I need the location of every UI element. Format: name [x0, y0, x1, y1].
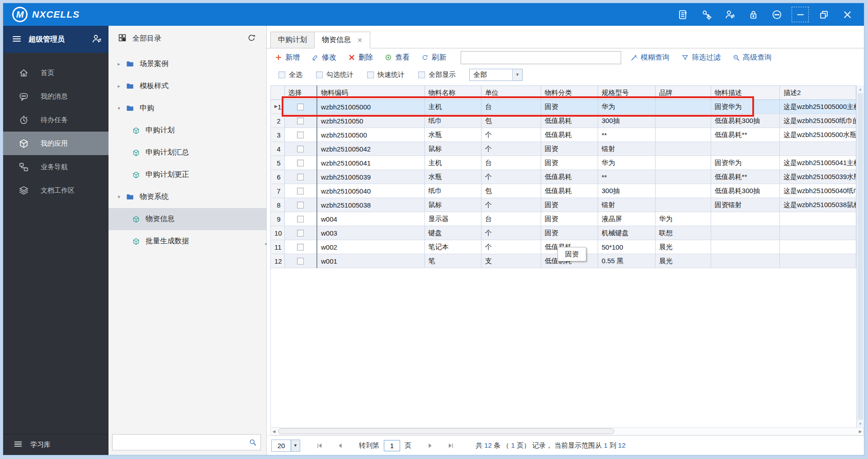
table-row[interactable]: 5wzbh251005041主机台固资华为固资华为这是wzbh251005041…: [271, 156, 856, 170]
row-checkbox[interactable]: [297, 160, 304, 166]
column-header[interactable]: 物料名称: [425, 86, 481, 100]
row-checkbox[interactable]: [297, 174, 304, 180]
more-icon[interactable]: [768, 7, 785, 22]
tree-item[interactable]: ▸模板样式: [108, 75, 266, 97]
table-row[interactable]: 6wzbh251005039水瓶个低值易耗**低值易耗**这是wzbh25100…: [271, 170, 856, 184]
scroll-left-arrow[interactable]: ◀: [271, 429, 277, 434]
column-header[interactable]: 物料分类: [541, 86, 598, 100]
row-checkbox[interactable]: [297, 216, 304, 222]
table-row[interactable]: 2wzbh2510050纸巾包低值易耗300抽低值易耗300抽这是wzbh251…: [271, 114, 856, 128]
refresh-button[interactable]: 刷新: [421, 53, 446, 62]
table-row[interactable]: 7wzbh251005040纸巾包低值易耗300抽低值易耗300抽这是wzbh2…: [271, 184, 856, 198]
row-checkbox[interactable]: [297, 188, 304, 194]
tree-item-label: 物资系统: [140, 192, 169, 202]
scroll-up-arrow[interactable]: ▲: [857, 85, 864, 93]
table-row[interactable]: 10w003键盘个固资机械键盘联想: [271, 226, 856, 240]
expand-arrow[interactable]: ▸: [116, 61, 122, 67]
notebook-icon[interactable]: [674, 7, 691, 22]
lock-icon[interactable]: [745, 7, 762, 22]
column-header[interactable]: 规格型号: [598, 86, 655, 100]
scroll-down-arrow[interactable]: ▼: [857, 420, 864, 427]
column-header[interactable]: 选择: [284, 86, 317, 100]
tree-item[interactable]: 申购计划更正: [108, 164, 266, 186]
filter-link[interactable]: 筛选过滤: [681, 53, 721, 62]
refresh-tree-icon[interactable]: [247, 33, 256, 44]
page-number-input[interactable]: [384, 440, 400, 451]
tree-item[interactable]: ▸场景案例: [108, 53, 266, 75]
tree-item[interactable]: 申购计划: [108, 119, 266, 142]
next-page-button[interactable]: [427, 442, 434, 449]
scroll-right-arrow[interactable]: ▶: [857, 429, 863, 434]
column-header[interactable]: 品牌: [655, 86, 711, 100]
add-button[interactable]: 新增: [275, 53, 300, 62]
expand-arrow[interactable]: ▾: [116, 105, 122, 111]
row-checkbox[interactable]: [297, 146, 304, 152]
tree-item[interactable]: ▾申购: [108, 97, 266, 119]
row-checkbox[interactable]: [297, 132, 304, 138]
first-page-button[interactable]: [316, 442, 323, 449]
sidebar-item[interactable]: 我的消息: [3, 85, 108, 108]
column-header[interactable]: 物料编码: [317, 86, 425, 100]
panel-collapse-handle[interactable]: ◂: [264, 238, 269, 249]
catalog-search-input[interactable]: [113, 435, 249, 450]
advanced-search-link[interactable]: 高级查询: [732, 53, 772, 62]
key-settings-icon[interactable]: [698, 7, 715, 22]
cell-brand: 联想: [655, 226, 711, 240]
sidebar-item[interactable]: 我的应用: [3, 132, 108, 155]
sidebar-item[interactable]: 文档工作区: [3, 179, 108, 202]
checkbox[interactable]: [316, 71, 323, 78]
tree-item[interactable]: ▾物资系统: [108, 186, 266, 208]
sidebar-item-learning-library[interactable]: 学习库: [3, 434, 108, 455]
grid-search-input[interactable]: [461, 51, 621, 64]
row-checkbox[interactable]: [297, 244, 304, 251]
fuzzy-search-link[interactable]: 模糊查询: [630, 53, 670, 62]
checkbox[interactable]: [418, 71, 425, 78]
delete-button[interactable]: 删除: [348, 53, 373, 62]
sidebar-item[interactable]: 首页: [3, 61, 108, 85]
row-checkbox[interactable]: [297, 202, 304, 208]
page-size-select[interactable]: 20 ▼: [271, 440, 300, 452]
table-row[interactable]: 9w004显示器台固资液晶屏华为: [271, 212, 856, 226]
tree-item[interactable]: 批量生成数据: [108, 230, 266, 252]
summary-part: 到: [608, 441, 618, 449]
sidebar-item[interactable]: 待办任务: [3, 108, 108, 132]
checkbox[interactable]: [367, 71, 374, 78]
close-icon[interactable]: [839, 7, 856, 22]
row-select-cell: [284, 226, 317, 240]
user-switch-icon[interactable]: [721, 7, 738, 22]
row-checkbox[interactable]: [297, 104, 304, 110]
row-checkbox[interactable]: [297, 118, 304, 124]
search-icon[interactable]: [249, 438, 260, 446]
checkbox[interactable]: [278, 71, 285, 78]
vertical-scroll-thumb[interactable]: [858, 93, 863, 420]
minimize-icon[interactable]: [792, 7, 809, 22]
expand-arrow[interactable]: ▾: [116, 194, 122, 200]
tree-item[interactable]: 申购计划汇总: [108, 142, 266, 164]
table-row[interactable]: ▶1wzbh251005000主机台固资华为固资华为这是wzbh25100500…: [271, 100, 856, 114]
restore-icon[interactable]: [815, 7, 832, 22]
folder-icon: [126, 82, 134, 90]
menu-icon[interactable]: [11, 33, 22, 46]
tab-purchase-plan[interactable]: 申购计划: [270, 32, 315, 48]
horizontal-scroll-thumb[interactable]: [278, 428, 614, 434]
table-row[interactable]: 4wzbh251005042鼠标个固资镭射: [271, 142, 856, 156]
tab-material-info[interactable]: 物资信息✕: [314, 32, 370, 48]
category-dropdown[interactable]: 全部▼: [469, 69, 523, 81]
tree-item[interactable]: 物资信息: [108, 208, 266, 230]
table-row[interactable]: 8wzbh251005038鼠标个固资镭射固资镭射这是wzbh251005038…: [271, 198, 856, 212]
column-header[interactable]: 单位: [481, 86, 541, 100]
view-button[interactable]: 查看: [385, 53, 410, 62]
expand-arrow[interactable]: ▸: [116, 83, 122, 89]
column-header[interactable]: 描述2: [779, 86, 856, 100]
sidebar-item[interactable]: 业务导航: [3, 155, 108, 179]
row-checkbox[interactable]: [297, 230, 304, 237]
add-icon: [275, 54, 282, 61]
last-page-button[interactable]: [447, 442, 454, 449]
switch-role-icon[interactable]: [91, 33, 102, 46]
prev-page-button[interactable]: [337, 442, 344, 449]
row-checkbox[interactable]: [297, 258, 304, 265]
table-row[interactable]: 3wzbh25100500水瓶个低值易耗**低值易耗**这是wzbh251005…: [271, 128, 856, 142]
close-tab-icon[interactable]: ✕: [357, 37, 363, 44]
column-header[interactable]: 物料描述: [711, 86, 779, 100]
edit-button[interactable]: 修改: [311, 53, 336, 62]
